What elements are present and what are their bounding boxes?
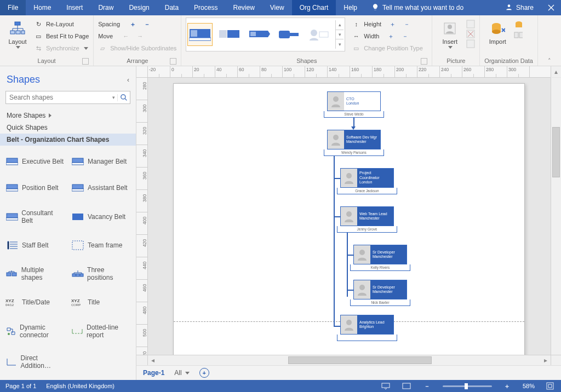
stencil-consultant-belt[interactable]: Consultant Belt xyxy=(3,202,67,232)
export-icon[interactable] xyxy=(514,21,523,30)
svg-rect-38 xyxy=(72,214,83,220)
stencil-title[interactable]: XYZCORPTitle xyxy=(69,290,133,315)
svg-text:XYZ: XYZ xyxy=(5,298,14,303)
scroll-thumb[interactable] xyxy=(288,356,432,364)
chevron-down-icon[interactable]: ▾ xyxy=(110,95,117,100)
stencil-position-belt[interactable]: Position Belt xyxy=(3,175,67,200)
zoom-in-icon[interactable]: ＋ xyxy=(502,382,513,390)
search-icon[interactable] xyxy=(117,94,130,101)
stencil-belt-org[interactable]: Belt - Organization Chart Shapes xyxy=(0,134,136,146)
org-node[interactable]: Software Dev MgrManchesterWendy Parsons xyxy=(327,130,381,156)
page-width-view-icon[interactable] xyxy=(401,382,412,390)
window-close[interactable] xyxy=(541,0,561,15)
search-shapes[interactable]: ▾ xyxy=(5,91,130,104)
height-control[interactable]: ↕Height ＋ － xyxy=(352,19,422,30)
stencil-executive-belt[interactable]: Executive Belt xyxy=(3,149,67,174)
tab-view[interactable]: View xyxy=(262,0,292,15)
scroll-thumb[interactable] xyxy=(552,127,560,177)
belt-style-gallery[interactable]: ▴▾▾ xyxy=(186,18,345,51)
all-pages-tab[interactable]: All xyxy=(174,369,189,377)
language-indicator[interactable]: English (United Kingdom) xyxy=(46,383,115,389)
zoom-level[interactable]: 58% xyxy=(523,383,535,389)
belt-style-4[interactable] xyxy=(276,23,301,46)
avatar-icon xyxy=(328,130,344,149)
best-fit-button[interactable]: ▭Best Fit to Page xyxy=(34,31,89,42)
share-button[interactable]: Share xyxy=(497,0,541,15)
tab-review[interactable]: Review xyxy=(225,0,262,15)
org-node[interactable]: Analytics LeadBrighton xyxy=(340,315,394,341)
picture-insert-button[interactable]: Insert xyxy=(437,18,463,49)
page-fit-icon: ▭ xyxy=(34,32,43,41)
scroll-up-arrow[interactable]: ▴ xyxy=(551,66,561,77)
tab-org-chart[interactable]: Org Chart xyxy=(292,0,336,15)
svg-rect-8 xyxy=(219,30,227,38)
tab-file[interactable]: File xyxy=(0,0,26,15)
org-node[interactable]: Project CoordinatorLondonGrace Jackson xyxy=(340,168,394,194)
belt-style-5[interactable] xyxy=(306,23,331,46)
picture-show-icon[interactable] xyxy=(466,39,475,48)
shape-icon xyxy=(5,156,19,167)
gallery-scroll[interactable]: ▴▾▾ xyxy=(335,20,344,49)
belt-style-2[interactable] xyxy=(217,23,242,46)
svg-point-53 xyxy=(346,211,352,217)
tab-data[interactable]: Data xyxy=(157,0,186,15)
belt-style-3[interactable] xyxy=(247,23,272,46)
stencil-direct-addition-[interactable]: Direct Addition… xyxy=(3,347,67,377)
layout-button[interactable]: Layout xyxy=(4,18,31,49)
ruler-horizontal: -200204060801001201401601802002202402602… xyxy=(148,66,551,78)
svg-point-27 xyxy=(121,94,125,99)
belt-style-1[interactable] xyxy=(187,23,213,46)
spacing-control[interactable]: Spacing ＋ － xyxy=(98,19,176,30)
scroll-right-arrow[interactable]: ▸ xyxy=(541,355,551,365)
tab-design[interactable]: Design xyxy=(121,0,157,15)
import-button[interactable]: Import xyxy=(484,18,511,45)
page-indicator[interactable]: Page 1 of 1 xyxy=(5,383,36,389)
page-tab-1[interactable]: Page-1 xyxy=(143,369,164,377)
stencil-staff-belt[interactable]: Staff Belt xyxy=(3,233,67,258)
vertical-scrollbar[interactable] xyxy=(551,78,561,355)
quick-shapes[interactable]: Quick Shapes xyxy=(0,122,136,134)
stencil-assistant-belt[interactable]: Assistant Belt xyxy=(69,175,133,200)
dialog-launcher-icon[interactable] xyxy=(170,58,176,65)
dialog-launcher-icon[interactable] xyxy=(82,58,89,65)
search-input[interactable] xyxy=(6,94,110,101)
tab-home[interactable]: Home xyxy=(26,0,59,15)
stencil-vacancy-belt[interactable]: Vacancy Belt xyxy=(69,202,133,232)
picture-delete-icon[interactable] xyxy=(466,30,475,38)
collapse-pane-icon[interactable]: ‹ xyxy=(127,76,129,84)
drawing-canvas[interactable]: CTOLondonSteve WebbSoftware Dev MgrManch… xyxy=(148,78,551,355)
tab-process[interactable]: Process xyxy=(186,0,225,15)
stencil-title-date[interactable]: XYZ04/12Title/Date xyxy=(3,290,67,315)
scroll-left-arrow[interactable]: ◂ xyxy=(148,355,158,365)
horizontal-scrollbar[interactable] xyxy=(168,355,531,365)
org-node[interactable]: Web Team LeadManchesterJenny Grove xyxy=(340,206,394,233)
compare-icon[interactable] xyxy=(514,31,523,39)
tab-help[interactable]: Help xyxy=(336,0,365,15)
tab-insert[interactable]: Insert xyxy=(59,0,90,15)
org-node[interactable]: Sr DeveloperManchesterKelly Rivers xyxy=(353,245,407,271)
stencil-three-positions[interactable]: Three positions xyxy=(69,259,133,289)
add-page-button[interactable]: + xyxy=(199,368,209,378)
zoom-out-icon[interactable]: － xyxy=(422,382,433,390)
tab-draw[interactable]: Draw xyxy=(90,0,121,15)
more-shapes[interactable]: More Shapes xyxy=(0,109,136,122)
stencil-dotted-line-report[interactable]: Dotted-line report xyxy=(69,316,133,346)
ribbon-collapse-icon[interactable]: ˄ xyxy=(542,56,557,66)
dialog-launcher-icon[interactable] xyxy=(421,58,427,65)
move-control[interactable]: Move ← → xyxy=(98,31,176,42)
drawing-page[interactable]: CTOLondonSteve WebbSoftware Dev MgrManch… xyxy=(173,83,525,355)
stencil-dynamic-connector[interactable]: Dynamic connector xyxy=(3,316,67,346)
stencil-team-frame[interactable]: Team frame xyxy=(69,233,133,258)
tell-me[interactable]: Tell me what you want to do xyxy=(365,0,470,15)
shapes-pane-title: Shapes ‹ xyxy=(0,66,136,91)
stencil-manager-belt[interactable]: Manager Belt xyxy=(69,149,133,174)
org-node[interactable]: Sr DeveloperManchesterNick Baxter xyxy=(353,280,407,306)
org-node[interactable]: CTOLondonSteve Webb xyxy=(327,91,381,118)
zoom-slider[interactable] xyxy=(443,385,492,387)
relayout-button[interactable]: ↻Re-Layout xyxy=(34,19,89,30)
width-control[interactable]: ↔Width ＋ － xyxy=(352,31,422,42)
stencil-multiple-shapes[interactable]: Multiple shapes xyxy=(3,259,67,289)
fit-to-window-icon[interactable] xyxy=(545,382,556,390)
picture-change-icon[interactable] xyxy=(466,20,475,28)
presentation-view-icon[interactable] xyxy=(380,382,391,390)
